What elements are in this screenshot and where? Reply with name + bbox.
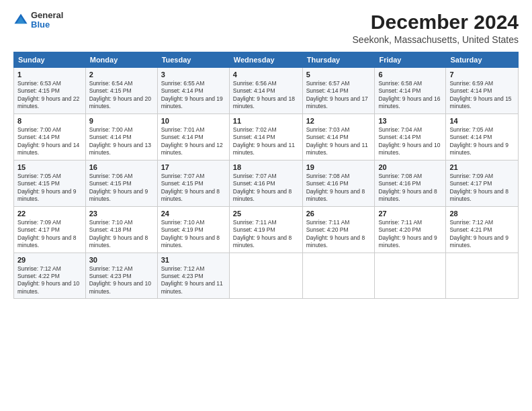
calendar-cell: 26Sunrise: 7:11 AM Sunset: 4:20 PM Dayli…	[302, 206, 375, 253]
cell-day-number: 6	[378, 71, 442, 79]
cell-info: Sunrise: 7:04 AM Sunset: 4:14 PM Dayligh…	[378, 126, 442, 157]
calendar-cell	[302, 253, 375, 299]
calendar-cell: 13Sunrise: 7:04 AM Sunset: 4:14 PM Dayli…	[375, 113, 446, 160]
calendar-cell: 30Sunrise: 7:12 AM Sunset: 4:23 PM Dayli…	[85, 253, 157, 299]
calendar-cell: 17Sunrise: 7:07 AM Sunset: 4:15 PM Dayli…	[157, 160, 229, 206]
cell-day-number: 16	[89, 163, 154, 171]
cell-day-number: 10	[161, 117, 226, 125]
cell-day-number: 24	[161, 210, 226, 218]
cell-day-number: 18	[233, 163, 299, 171]
calendar-cell	[446, 253, 519, 299]
calendar-cell: 23Sunrise: 7:10 AM Sunset: 4:18 PM Dayli…	[85, 206, 157, 253]
cell-day-number: 9	[89, 117, 154, 125]
cell-info: Sunrise: 6:56 AM Sunset: 4:14 PM Dayligh…	[233, 80, 299, 111]
cell-day-number: 3	[161, 71, 226, 79]
calendar-cell: 4Sunrise: 6:56 AM Sunset: 4:14 PM Daylig…	[229, 68, 302, 114]
logo: General Blue	[13, 11, 63, 30]
calendar-cell: 29Sunrise: 7:12 AM Sunset: 4:22 PM Dayli…	[14, 253, 86, 299]
title-block: December 2024 Seekonk, Massachusetts, Un…	[353, 11, 519, 45]
cell-info: Sunrise: 6:58 AM Sunset: 4:14 PM Dayligh…	[378, 80, 442, 111]
calendar-cell: 6Sunrise: 6:58 AM Sunset: 4:14 PM Daylig…	[375, 68, 446, 114]
calendar-cell: 11Sunrise: 7:02 AM Sunset: 4:14 PM Dayli…	[229, 113, 302, 160]
calendar-cell: 27Sunrise: 7:11 AM Sunset: 4:20 PM Dayli…	[375, 206, 446, 253]
cell-info: Sunrise: 7:09 AM Sunset: 4:17 PM Dayligh…	[449, 173, 515, 203]
logo-blue-text: Blue	[31, 20, 63, 30]
cell-info: Sunrise: 7:03 AM Sunset: 4:14 PM Dayligh…	[306, 126, 371, 157]
calendar-cell: 20Sunrise: 7:08 AM Sunset: 4:16 PM Dayli…	[375, 160, 446, 206]
cell-day-number: 29	[17, 256, 82, 264]
cell-info: Sunrise: 7:07 AM Sunset: 4:16 PM Dayligh…	[233, 173, 299, 203]
calendar-cell: 18Sunrise: 7:07 AM Sunset: 4:16 PM Dayli…	[229, 160, 302, 206]
calendar-cell: 25Sunrise: 7:11 AM Sunset: 4:19 PM Dayli…	[229, 206, 302, 253]
cell-info: Sunrise: 6:59 AM Sunset: 4:14 PM Dayligh…	[449, 80, 515, 111]
logo-icon	[13, 13, 28, 28]
header-day-wednesday: Wednesday	[229, 52, 302, 68]
cell-day-number: 30	[89, 256, 154, 264]
cell-day-number: 5	[306, 71, 371, 79]
logo-text: General Blue	[31, 11, 63, 30]
calendar-cell: 14Sunrise: 7:05 AM Sunset: 4:14 PM Dayli…	[446, 113, 519, 160]
cell-day-number: 19	[306, 163, 371, 171]
cell-info: Sunrise: 7:12 AM Sunset: 4:23 PM Dayligh…	[161, 265, 226, 296]
cell-day-number: 11	[233, 117, 299, 125]
calendar-cell: 22Sunrise: 7:09 AM Sunset: 4:17 PM Dayli…	[14, 206, 86, 253]
cell-day-number: 13	[378, 117, 442, 125]
cell-info: Sunrise: 7:01 AM Sunset: 4:14 PM Dayligh…	[161, 126, 226, 157]
cell-info: Sunrise: 6:55 AM Sunset: 4:14 PM Dayligh…	[161, 80, 226, 111]
cell-day-number: 27	[378, 210, 442, 218]
logo-general-text: General	[31, 11, 63, 20]
cell-info: Sunrise: 7:00 AM Sunset: 4:14 PM Dayligh…	[89, 126, 154, 157]
cell-info: Sunrise: 7:11 AM Sunset: 4:20 PM Dayligh…	[378, 219, 442, 250]
cell-info: Sunrise: 7:10 AM Sunset: 4:18 PM Dayligh…	[89, 219, 154, 250]
calendar-cell: 28Sunrise: 7:12 AM Sunset: 4:21 PM Dayli…	[446, 206, 519, 253]
calendar-week-row: 8Sunrise: 7:00 AM Sunset: 4:14 PM Daylig…	[14, 113, 519, 160]
calendar-cell: 10Sunrise: 7:01 AM Sunset: 4:14 PM Dayli…	[157, 113, 229, 160]
calendar-cell: 24Sunrise: 7:10 AM Sunset: 4:19 PM Dayli…	[157, 206, 229, 253]
calendar-cell: 21Sunrise: 7:09 AM Sunset: 4:17 PM Dayli…	[446, 160, 519, 206]
cell-info: Sunrise: 7:05 AM Sunset: 4:14 PM Dayligh…	[449, 126, 515, 157]
cell-day-number: 25	[233, 210, 299, 218]
calendar-week-row: 1Sunrise: 6:53 AM Sunset: 4:15 PM Daylig…	[14, 68, 519, 114]
cell-info: Sunrise: 7:10 AM Sunset: 4:19 PM Dayligh…	[161, 219, 226, 250]
cell-day-number: 2	[89, 71, 154, 79]
header-day-friday: Friday	[375, 52, 446, 68]
header-day-thursday: Thursday	[302, 52, 375, 68]
calendar-week-row: 29Sunrise: 7:12 AM Sunset: 4:22 PM Dayli…	[14, 253, 519, 299]
calendar-cell: 31Sunrise: 7:12 AM Sunset: 4:23 PM Dayli…	[157, 253, 229, 299]
cell-info: Sunrise: 7:00 AM Sunset: 4:14 PM Dayligh…	[17, 126, 82, 157]
cell-day-number: 31	[161, 256, 226, 264]
cell-info: Sunrise: 7:05 AM Sunset: 4:15 PM Dayligh…	[17, 173, 82, 203]
cell-info: Sunrise: 7:08 AM Sunset: 4:16 PM Dayligh…	[378, 173, 442, 203]
header: General Blue December 2024 Seekonk, Mass…	[13, 11, 519, 45]
cell-day-number: 15	[17, 163, 82, 171]
calendar-cell: 19Sunrise: 7:08 AM Sunset: 4:16 PM Dayli…	[302, 160, 375, 206]
calendar-cell: 12Sunrise: 7:03 AM Sunset: 4:14 PM Dayli…	[302, 113, 375, 160]
cell-info: Sunrise: 6:54 AM Sunset: 4:15 PM Dayligh…	[89, 80, 154, 111]
cell-info: Sunrise: 7:07 AM Sunset: 4:15 PM Dayligh…	[161, 173, 226, 203]
cell-day-number: 28	[449, 210, 515, 218]
cell-info: Sunrise: 7:09 AM Sunset: 4:17 PM Dayligh…	[17, 219, 82, 250]
cell-day-number: 8	[17, 117, 82, 125]
header-day-sunday: Sunday	[14, 52, 86, 68]
cell-day-number: 4	[233, 71, 299, 79]
main-title: December 2024	[353, 11, 519, 33]
calendar-header-row: SundayMondayTuesdayWednesdayThursdayFrid…	[14, 52, 519, 68]
calendar-cell: 2Sunrise: 6:54 AM Sunset: 4:15 PM Daylig…	[85, 68, 157, 114]
cell-info: Sunrise: 7:06 AM Sunset: 4:15 PM Dayligh…	[89, 173, 154, 203]
cell-day-number: 7	[449, 71, 515, 79]
cell-info: Sunrise: 6:53 AM Sunset: 4:15 PM Dayligh…	[17, 80, 82, 111]
calendar-week-row: 22Sunrise: 7:09 AM Sunset: 4:17 PM Dayli…	[14, 206, 519, 253]
cell-day-number: 17	[161, 163, 226, 171]
cell-day-number: 12	[306, 117, 371, 125]
cell-day-number: 23	[89, 210, 154, 218]
cell-info: Sunrise: 7:12 AM Sunset: 4:23 PM Dayligh…	[89, 265, 154, 296]
calendar-cell: 7Sunrise: 6:59 AM Sunset: 4:14 PM Daylig…	[446, 68, 519, 114]
cell-info: Sunrise: 6:57 AM Sunset: 4:14 PM Dayligh…	[306, 80, 371, 111]
cell-info: Sunrise: 7:02 AM Sunset: 4:14 PM Dayligh…	[233, 126, 299, 157]
cell-day-number: 26	[306, 210, 371, 218]
cell-day-number: 22	[17, 210, 82, 218]
calendar-cell: 5Sunrise: 6:57 AM Sunset: 4:14 PM Daylig…	[302, 68, 375, 114]
calendar-cell: 1Sunrise: 6:53 AM Sunset: 4:15 PM Daylig…	[14, 68, 86, 114]
cell-info: Sunrise: 7:11 AM Sunset: 4:20 PM Dayligh…	[306, 219, 371, 250]
cell-day-number: 20	[378, 163, 442, 171]
